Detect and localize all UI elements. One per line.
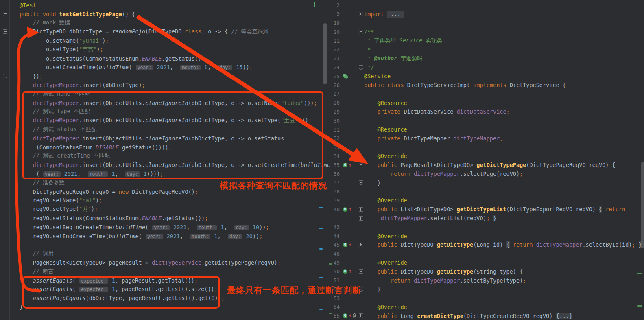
code-token: ): [97, 46, 100, 53]
code-token: [249, 224, 253, 230]
code-token: 1: [144, 171, 147, 177]
code-token: .getStatus()): [162, 55, 205, 62]
code-token: ;: [39, 73, 43, 79]
code-line: assertPojoEquals(dbDictType, pageResult.…: [0, 294, 328, 302]
code-line: reqVO.setStatus(CommonStatusEnum.ENABLE.…: [0, 214, 328, 223]
code-token: mouth:: [190, 234, 211, 239]
code-line: assertEquals( expected: 1, pageResult.ge…: [0, 285, 328, 294]
code-token: ;: [487, 215, 490, 221]
annotated-method-icon[interactable]: @: [353, 313, 356, 318]
stripe-info-mark: [319, 309, 323, 310]
code-line: ( year: 2021, mouth: 1, day: 1))));: [0, 169, 328, 178]
line-number: 19: [328, 20, 340, 26]
right-scrollbar-thumb[interactable]: [641, 162, 644, 248]
code-token: private: [364, 135, 404, 142]
code-token: )): [259, 224, 266, 230]
code-token: year:: [152, 225, 170, 230]
fold-toggle-icon[interactable]: [3, 12, 7, 16]
code-token: public: [364, 162, 400, 168]
code-text: }: [20, 304, 23, 310]
code-text: assertEquals( expected: 1, pageResult.ge…: [20, 277, 198, 284]
overrides-method-icon[interactable]: O: [343, 313, 347, 318]
fold-toggle-icon[interactable]: [359, 216, 363, 221]
fold-toggle-icon[interactable]: [359, 180, 363, 185]
code-token: .selectList(reqVO): [427, 215, 486, 221]
code-token: assertPojoEquals: [20, 295, 86, 301]
code-text: dictTypeMapper.insert(dbDictType);: [20, 82, 145, 88]
overrides-method-icon[interactable]: O: [343, 243, 347, 247]
code-line: // 测试 name 不匹配: [0, 90, 328, 99]
overrides-method-icon[interactable]: O: [343, 163, 347, 167]
left-gutter: [0, 81, 20, 90]
overrides-method-icon[interactable]: O: [343, 207, 347, 212]
code-token: ;: [99, 197, 102, 204]
code-token: [164, 233, 167, 239]
code-token: ;: [94, 206, 98, 212]
code-line: 48: [328, 249, 644, 258]
code-line: 21 * 字典类型 Service 实现类: [328, 36, 644, 45]
overrides-method-icon[interactable]: O: [343, 269, 347, 274]
right-code-area[interactable]: 23import ... 1920/**21 * 字典类型 Service 实现…: [328, 1, 644, 320]
code-line: }: [0, 302, 328, 311]
code-token: day:: [218, 65, 232, 70]
code-line: 31 @Resource: [328, 125, 644, 134]
fold-toggle-icon[interactable]: [359, 163, 363, 167]
code-token: *: [364, 46, 371, 53]
fold-toggle-icon[interactable]: [359, 12, 363, 16]
code-token: "土豆": [281, 117, 298, 123]
code-token: () {: [122, 11, 135, 18]
left-gutter: [0, 72, 20, 81]
code-token: reqVO.setStatus(CommonStatusEnum.: [20, 215, 142, 221]
code-line: 53: [328, 294, 644, 302]
code-token: cloneIgnoreId: [145, 100, 188, 106]
fold-gutter: [358, 180, 364, 185]
fold-toggle-icon[interactable]: [359, 243, 363, 247]
vcs-change-mark: [329, 263, 332, 265]
code-line: 55O↑@ public Long createDictType(DictTyp…: [328, 311, 644, 320]
spring-bean-icon[interactable]: [343, 73, 348, 79]
left-gutter: [0, 196, 20, 205]
code-token: ENABLE: [142, 55, 162, 62]
code-token: Service: [399, 37, 423, 44]
line-number: 43: [328, 224, 340, 230]
code-token: (Long id): [473, 241, 506, 248]
stripe-change-mark: [637, 273, 642, 274]
code-token: ,: [224, 224, 234, 230]
code-token: createDictType: [417, 313, 463, 319]
code-token: 2021: [173, 224, 187, 230]
code-token: ,: [115, 171, 124, 177]
left-gutter: [0, 1, 20, 10]
code-token: .getDictTypePage(reqVO): [201, 259, 277, 266]
fold-toggle-icon[interactable]: [359, 207, 363, 212]
fold-gutter: [358, 12, 364, 16]
editor-pane-service-impl[interactable]: 23import ... 1920/**21 * 字典类型 Service 实现…: [328, 0, 644, 320]
code-token: public void: [20, 11, 59, 18]
code-token: @Override: [364, 304, 407, 310]
code-token: o.setStatus(CommonStatusEnum.: [20, 55, 142, 62]
code-line: dictTypeMapper.insert(dbDictType);: [0, 81, 328, 90]
code-token: [61, 171, 64, 177]
code-text: DictTypePageReqVO reqVO = new DictTypePa…: [20, 188, 198, 195]
code-token: )): [215, 295, 221, 301]
code-token: {...}: [556, 313, 572, 319]
code-token: mouth:: [197, 225, 217, 230]
code-token: year:: [146, 234, 163, 239]
left-scrollbar-thumb[interactable]: [323, 23, 327, 84]
code-token: mouth:: [180, 65, 201, 70]
code-token: [510, 241, 513, 248]
fold-toggle-icon[interactable]: [359, 313, 363, 318]
left-code-area[interactable]: @Testpublic void testGetDictTypePage() {…: [0, 1, 328, 320]
code-text: assertEquals( expected: 1, pageResult.ge…: [20, 286, 218, 292]
fold-toggle-icon[interactable]: [359, 65, 363, 70]
fold-toggle-icon[interactable]: [359, 269, 363, 274]
fold-gutter: [358, 287, 364, 292]
fold-toggle-icon[interactable]: [3, 29, 7, 34]
fold-toggle-icon[interactable]: [3, 74, 7, 78]
fold-toggle-icon[interactable]: [359, 287, 363, 292]
code-token: ;: [214, 286, 218, 292]
fold-toggle-icon[interactable]: [359, 30, 363, 34]
line-number: 36: [328, 171, 340, 177]
code-token: DictTypePageReqVO(): [129, 188, 195, 195]
editor-pane-test-class[interactable]: @Testpublic void testGetDictTypePage() {…: [0, 0, 328, 320]
code-token: testGetDictTypePage: [59, 11, 122, 18]
